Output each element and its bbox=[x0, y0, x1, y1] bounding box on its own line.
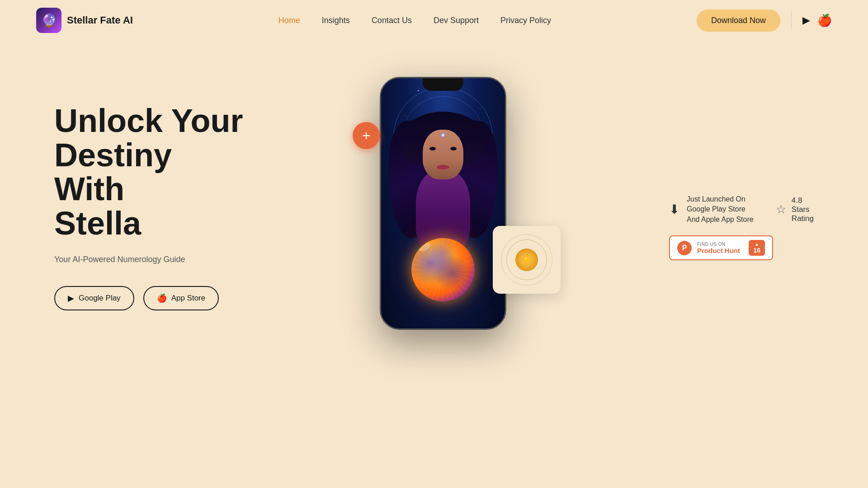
brand-logo: 🔮 bbox=[36, 8, 61, 33]
face bbox=[423, 130, 463, 179]
apple-icon: 🍎 bbox=[157, 293, 167, 303]
nav-privacy[interactable]: Privacy Policy bbox=[500, 16, 551, 25]
nav-home[interactable]: Home bbox=[278, 16, 300, 25]
phone-wrapper: + bbox=[380, 77, 506, 330]
right-content: ⬇ Just Launched On Google Play Store And… bbox=[642, 68, 814, 260]
launch-row: ⬇ Just Launched On Google Play Store And… bbox=[669, 194, 758, 225]
nav-links: Home Insights Contact Us Dev Support Pri… bbox=[278, 16, 551, 25]
nav-divider bbox=[791, 12, 792, 28]
android-icon: ▶ bbox=[68, 293, 74, 303]
hero-title: Unlock Your Destiny With Stella bbox=[54, 104, 244, 240]
brand-name: Stellar Fate AI bbox=[67, 14, 133, 26]
ph-number: 16 bbox=[753, 247, 760, 254]
nav-dev-support[interactable]: Dev Support bbox=[434, 16, 479, 25]
left-content: Unlock Your Destiny With Stella Your AI-… bbox=[54, 68, 244, 310]
ph-name: Product Hunt bbox=[697, 247, 743, 254]
plus-button[interactable]: + bbox=[353, 122, 380, 149]
ph-arrow-icon: ▲ bbox=[755, 242, 759, 247]
globe bbox=[411, 238, 475, 301]
product-hunt-badge[interactable]: P FIND US ON Product Hunt ▲ 16 bbox=[669, 235, 773, 260]
apple-nav-icon[interactable]: 🍎 bbox=[817, 14, 832, 28]
star-icon: ☆ bbox=[776, 202, 786, 216]
launch-text: Just Launched On Google Play Store And A… bbox=[687, 194, 758, 225]
ph-count: ▲ 16 bbox=[749, 240, 765, 256]
brand-link[interactable]: 🔮 Stellar Fate AI bbox=[36, 8, 133, 33]
navbar: 🔮 Stellar Fate AI Home Insights Contact … bbox=[0, 0, 868, 41]
eyes bbox=[429, 147, 457, 150]
download-icon: ⬇ bbox=[669, 202, 679, 217]
launch-info: ⬇ Just Launched On Google Play Store And… bbox=[669, 194, 814, 260]
download-now-button[interactable]: Download Now bbox=[697, 9, 780, 32]
product-hunt-logo: P bbox=[677, 241, 692, 255]
main-content: Unlock Your Destiny With Stella Your AI-… bbox=[0, 41, 868, 488]
phone-screen bbox=[381, 78, 505, 328]
rating-row: ☆ 4.8 Stars Rating bbox=[776, 196, 814, 223]
sun-card: ☀️ bbox=[493, 226, 561, 294]
lips bbox=[437, 165, 449, 169]
eye-right bbox=[450, 147, 457, 150]
phone-notch bbox=[423, 78, 463, 91]
google-play-button[interactable]: ▶ Google Play bbox=[54, 286, 134, 310]
nav-store-icons: ▶ 🍎 bbox=[802, 14, 832, 28]
ph-label: FIND US ON bbox=[697, 242, 743, 247]
phone-frame bbox=[380, 77, 506, 330]
nav-right: Download Now ▶ 🍎 bbox=[697, 9, 832, 32]
app-store-button[interactable]: 🍎 App Store bbox=[143, 286, 219, 310]
sun-symbol: ☀️ bbox=[506, 239, 547, 280]
forehead-gem bbox=[441, 133, 445, 137]
launch-divider: ⬇ Just Launched On Google Play Store And… bbox=[669, 194, 814, 225]
hero-subtitle: Your AI-Powered Numerology Guide bbox=[54, 255, 244, 264]
eye-left bbox=[429, 147, 436, 150]
nav-contact[interactable]: Contact Us bbox=[372, 16, 412, 25]
center-content: + bbox=[244, 68, 642, 330]
sun-circle: ☀️ bbox=[515, 249, 538, 271]
store-buttons: ▶ Google Play 🍎 App Store bbox=[54, 286, 244, 310]
nav-insights[interactable]: Insights bbox=[322, 16, 350, 25]
android-nav-icon[interactable]: ▶ bbox=[802, 14, 810, 26]
ph-text-block: FIND US ON Product Hunt bbox=[697, 242, 743, 254]
woman-figure bbox=[384, 112, 502, 328]
rating-text: 4.8 Stars Rating bbox=[792, 196, 814, 223]
